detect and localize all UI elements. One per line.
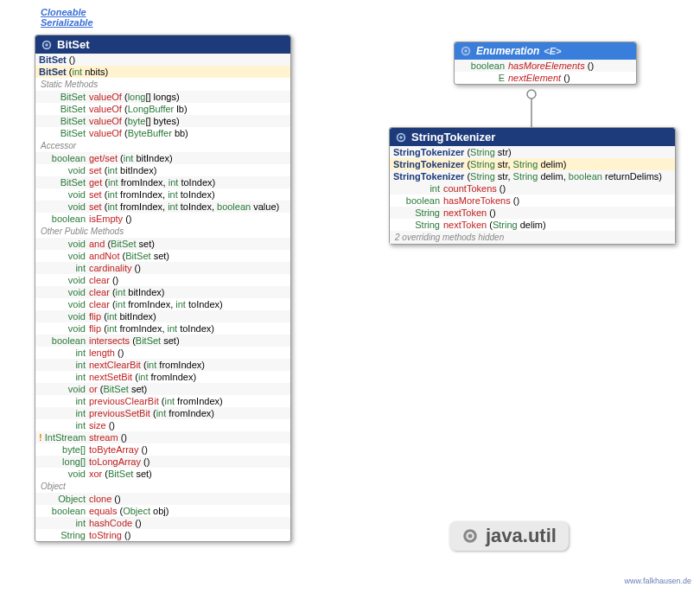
method-row: booleanisEmpty () [35,213,290,225]
credit-link[interactable]: www.falkhausen.de [624,577,691,585]
method-row: intpreviousClearBit (int fromIndex) [35,395,290,407]
gear-icon [461,527,479,545]
method-row: booleanhasMoreElements () [455,60,636,72]
svg-point-3 [464,49,468,53]
method-row: BitSetget (int fromIndex, int toIndex) [35,176,290,188]
method-row: StringnextToken () [390,207,675,219]
section-other: Other Public Methods [35,225,290,238]
section-static: Static Methods [35,78,290,91]
method-row: voidor (BitSet set) [35,383,290,395]
method-row: StringnextToken (String delim) [390,219,675,231]
stringtokenizer-class-card: StringTokenizer StringTokenizer (String … [389,127,676,245]
section-accessor: Accessor [35,139,290,152]
method-row: voidset (int fromIndex, int toIndex, boo… [35,201,290,213]
hidden-methods-note: 2 overriding methods hidden [390,231,675,244]
method-row: voidclear (int bitIndex) [35,286,290,298]
method-row: BitSetvalueOf (LongBuffer lb) [35,103,290,115]
method-row: booleanhasMoreTokens () [390,195,675,207]
method-row: Objectclone () [35,493,290,505]
enumeration-header: Enumeration <E> [455,42,636,60]
method-row: intpreviousSetBit (int fromIndex) [35,407,290,419]
method-row: intsize () [35,419,290,431]
serializable-link[interactable]: Serializable [41,17,93,28]
method-row: intnextClearBit (int fromIndex) [35,359,290,371]
method-row: booleanequals (Object obj) [35,505,290,517]
implements-block: Cloneable Serializable [41,7,93,28]
method-row: voidset (int bitIndex) [35,164,290,176]
bitset-class-card: BitSet BitSet ()BitSet (int nbits) Stati… [35,35,291,542]
constructor-row: BitSet (int nbits) [35,66,290,78]
constructor-row: BitSet () [35,54,290,66]
section-object: Object [35,480,290,493]
bitset-header: BitSet [35,35,290,54]
stringtokenizer-title: StringTokenizer [411,131,495,144]
method-row: voidflip (int bitIndex) [35,310,290,322]
svg-point-9 [468,534,473,539]
method-row: booleanget/set (int bitIndex) [35,152,290,164]
bitset-title: BitSet [57,38,90,51]
constructor-row: StringTokenizer (String str, String deli… [390,170,675,182]
method-row: voidandNot (BitSet set) [35,250,290,262]
gear-icon [395,131,407,144]
method-row: intcountTokens () [390,182,675,195]
enumeration-title: Enumeration [476,45,539,57]
enumeration-interface-card: Enumeration <E> booleanhasMoreElements (… [454,41,637,85]
method-row: intnextSetBit (int fromIndex) [35,371,290,383]
method-row: inthashCode () [35,517,290,529]
method-row: booleanintersects (BitSet set) [35,335,290,347]
svg-point-7 [399,136,403,139]
method-row: voidclear () [35,274,290,286]
method-row: EnextElement () [455,72,636,84]
package-label: java.util [449,521,569,551]
gear-icon [41,39,53,51]
method-row: voidxor (BitSet set) [35,468,290,480]
method-row: intlength () [35,347,290,359]
svg-point-4 [527,90,536,99]
method-row: voidflip (int fromIndex, int toIndex) [35,322,290,335]
enumeration-generic: <E> [544,46,561,56]
realization-connector [514,89,549,128]
cloneable-link[interactable]: Cloneable [41,7,93,17]
method-row: BitSetvalueOf (ByteBuffer bb) [35,127,290,139]
method-row: voidset (int fromIndex, int toIndex) [35,188,290,201]
svg-point-1 [45,43,48,47]
method-row: voidand (BitSet set) [35,238,290,250]
package-name: java.util [486,525,557,547]
constructor-row: StringTokenizer (String str) [390,146,675,158]
gear-icon [460,45,472,57]
method-row: BitSetvalueOf (byte[] bytes) [35,115,290,127]
method-row: byte[]toByteArray () [35,443,290,456]
method-row: BitSetvalueOf (long[] longs) [35,91,290,103]
method-row: intcardinality () [35,262,290,274]
method-row: long[]toLongArray () [35,456,290,468]
stringtokenizer-header: StringTokenizer [390,128,675,146]
constructor-row: StringTokenizer (String str, String deli… [390,158,675,170]
method-row: voidclear (int fromIndex, int toIndex) [35,298,290,310]
method-row: ! IntStreamstream () [35,431,290,443]
method-row: StringtoString () [35,529,290,541]
